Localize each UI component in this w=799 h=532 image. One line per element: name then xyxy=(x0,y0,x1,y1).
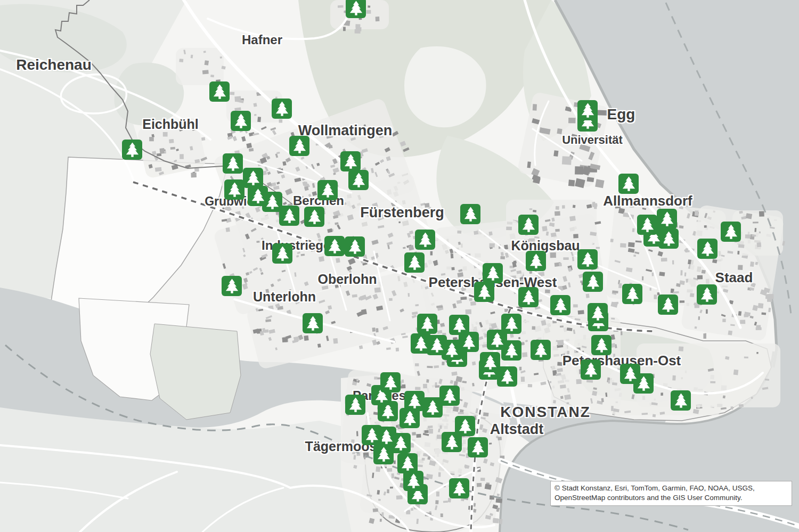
tree-marker[interactable] xyxy=(224,179,244,200)
tree-marker[interactable] xyxy=(501,314,521,334)
tree-marker[interactable] xyxy=(243,168,263,188)
tree-marker[interactable] xyxy=(618,174,639,194)
pine-tree-icon xyxy=(274,100,290,117)
tree-marker[interactable] xyxy=(417,314,437,334)
tree-marker[interactable] xyxy=(591,335,612,355)
pine-tree-icon xyxy=(250,187,266,204)
tree-marker[interactable] xyxy=(449,478,469,498)
tree-marker[interactable] xyxy=(518,287,539,307)
tree-marker[interactable] xyxy=(272,99,292,119)
tree-marker[interactable] xyxy=(362,425,382,445)
tree-marker[interactable] xyxy=(658,294,678,315)
tree-marker[interactable] xyxy=(697,284,717,305)
tree-marker[interactable] xyxy=(272,243,292,264)
tree-marker[interactable] xyxy=(348,170,369,190)
pine-tree-icon xyxy=(622,365,639,382)
pine-tree-icon xyxy=(225,155,241,172)
tree-marker[interactable] xyxy=(289,136,309,156)
pine-tree-icon xyxy=(723,223,739,240)
tree-marker[interactable] xyxy=(518,215,539,235)
tree-marker[interactable] xyxy=(620,364,640,384)
pine-tree-icon xyxy=(520,216,537,233)
tree-marker[interactable] xyxy=(397,453,418,473)
pine-tree-icon xyxy=(499,368,516,385)
tree-marker[interactable] xyxy=(222,276,242,296)
pine-tree-icon xyxy=(347,396,364,413)
tree-marker[interactable] xyxy=(345,236,365,257)
tree-marker[interactable] xyxy=(637,215,657,235)
tree-marker[interactable] xyxy=(223,153,243,174)
tree-marker[interactable] xyxy=(474,282,494,302)
pine-tree-icon xyxy=(590,305,606,322)
tree-marker[interactable] xyxy=(455,416,475,436)
pine-tree-icon xyxy=(485,265,501,282)
tree-marker[interactable] xyxy=(345,395,365,415)
tree-marker[interactable] xyxy=(697,239,718,259)
pine-tree-icon xyxy=(124,141,141,158)
pine-tree-icon xyxy=(347,238,363,255)
tree-marker[interactable] xyxy=(622,284,642,304)
tree-marker[interactable] xyxy=(721,222,741,242)
tree-marker[interactable] xyxy=(449,315,469,335)
pine-tree-icon xyxy=(376,446,392,463)
tree-marker[interactable] xyxy=(324,236,345,256)
tree-marker[interactable] xyxy=(439,386,460,406)
pine-tree-icon xyxy=(585,273,601,290)
tree-marker[interactable] xyxy=(483,263,503,283)
pine-tree-icon xyxy=(699,286,715,303)
pine-tree-icon xyxy=(621,175,637,192)
pine-tree-icon xyxy=(476,283,493,300)
tree-marker[interactable] xyxy=(415,230,435,250)
pine-tree-icon xyxy=(405,472,422,489)
tree-marker[interactable] xyxy=(403,471,423,491)
pine-tree-icon xyxy=(224,277,240,294)
tree-marker[interactable] xyxy=(209,81,230,102)
tree-marker[interactable] xyxy=(468,437,488,457)
pine-tree-icon xyxy=(306,208,323,225)
tree-marker[interactable] xyxy=(588,303,608,323)
pine-tree-icon xyxy=(429,337,445,354)
tree-marker[interactable] xyxy=(480,352,500,372)
tree-marker[interactable] xyxy=(411,333,431,354)
tree-marker[interactable] xyxy=(340,151,361,171)
tree-marker[interactable] xyxy=(577,249,598,269)
tree-marker[interactable] xyxy=(577,100,598,120)
tree-marker[interactable] xyxy=(671,390,691,411)
pine-tree-icon xyxy=(382,374,399,391)
pine-tree-icon xyxy=(245,169,262,186)
pine-tree-icon xyxy=(399,455,416,472)
pine-tree-icon xyxy=(320,182,336,199)
tree-marker[interactable] xyxy=(657,209,677,229)
pine-tree-icon xyxy=(413,335,429,352)
tree-marker[interactable] xyxy=(583,272,603,292)
pine-tree-icon xyxy=(533,341,549,358)
pine-tree-icon xyxy=(457,418,474,435)
pine-tree-icon xyxy=(305,315,321,332)
tree-marker[interactable] xyxy=(526,251,546,271)
tree-marker[interactable] xyxy=(380,372,401,392)
map-canvas[interactable]: ReichenauHafnerEichbühlWollmatingenEggUn… xyxy=(0,0,799,532)
pine-tree-icon xyxy=(659,210,675,227)
pine-tree-icon xyxy=(528,252,544,269)
tree-marker[interactable] xyxy=(550,295,570,315)
tree-marker[interactable] xyxy=(122,140,142,160)
pine-tree-icon xyxy=(503,315,520,332)
tree-marker[interactable] xyxy=(303,313,323,333)
pine-tree-icon xyxy=(233,112,249,129)
tree-marker[interactable] xyxy=(581,359,601,380)
tree-marker[interactable] xyxy=(404,391,425,411)
pine-tree-icon xyxy=(343,153,359,170)
tree-marker[interactable] xyxy=(531,340,551,360)
pine-tree-icon xyxy=(580,251,596,268)
pine-tree-icon xyxy=(291,137,308,154)
tree-marker[interactable] xyxy=(460,204,480,224)
pine-tree-icon xyxy=(593,337,610,354)
tree-marker[interactable] xyxy=(317,180,338,200)
tree-marker[interactable] xyxy=(404,252,425,273)
tree-marker[interactable] xyxy=(304,207,324,227)
tree-marker[interactable] xyxy=(248,186,268,206)
tree-marker[interactable] xyxy=(346,0,366,18)
tree-marker[interactable] xyxy=(231,111,251,131)
pine-tree-icon xyxy=(442,387,458,404)
pine-tree-icon xyxy=(673,392,689,409)
